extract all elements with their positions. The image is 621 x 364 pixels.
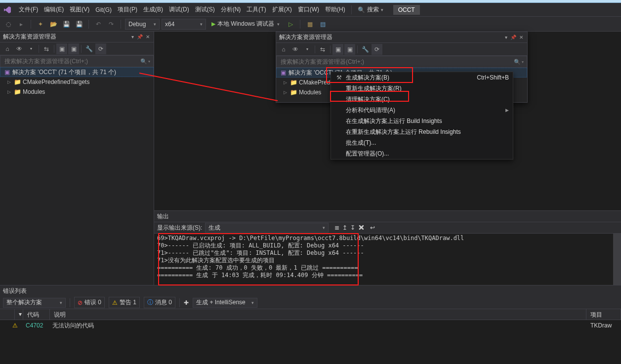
errors-filter-button[interactable]: ⊘错误 0 xyxy=(74,297,105,308)
tree-node-cmake[interactable]: ▷ 📁 CMakePredefinedTargets xyxy=(0,77,154,87)
menu-build[interactable]: 生成(B) xyxy=(140,3,166,16)
ctx-batch-build[interactable]: 批生成(T)... xyxy=(331,137,513,148)
new-project-button[interactable]: ✦ xyxy=(35,19,46,30)
ctx-build-insights[interactable]: 在生成解决方案上运行 Build Insights xyxy=(331,116,513,126)
col-sort[interactable]: ▾ xyxy=(15,309,23,320)
output-text[interactable]: 69>TKQADraw.vcxproj -> D:\PetFile\myProg… xyxy=(154,234,613,287)
error-source-combo[interactable]: 生成 + IntelliSense▾ xyxy=(193,298,257,308)
menu-window[interactable]: 窗口(W) xyxy=(295,3,322,16)
ctx-config-manager[interactable]: 配置管理器(O)... xyxy=(331,148,513,159)
ctx-rebuild-insights[interactable]: 在重新生成解决方案上运行 Rebuild Insights xyxy=(331,126,513,137)
error-row[interactable]: ⚠ C4702 无法访问的代码 TKDraw xyxy=(0,320,621,331)
filter-button[interactable]: ✚ xyxy=(184,299,189,306)
col-icon[interactable] xyxy=(0,309,15,320)
close-icon[interactable]: ✕ xyxy=(518,34,524,41)
tool-button[interactable]: ▦ xyxy=(304,19,315,30)
collapse-button[interactable]: ▣ xyxy=(344,44,355,55)
pin-icon[interactable]: 📌 xyxy=(136,33,144,40)
show-all-button[interactable]: ▣ xyxy=(332,44,343,55)
ctx-label: 重新生成解决方案(R) xyxy=(346,84,402,93)
ctx-rebuild-solution[interactable]: 重新生成解决方案(R) xyxy=(331,83,513,94)
undo-button[interactable]: ↶ xyxy=(93,19,104,30)
menu-test[interactable]: 测试(S) xyxy=(192,3,218,16)
chevron-down-icon: ▾ xyxy=(154,22,156,27)
search-icon: 🔍 xyxy=(514,59,521,65)
col-project[interactable]: 项目 xyxy=(586,309,621,320)
menu-tools[interactable]: 工具(T) xyxy=(244,3,269,16)
nav-fwd-button[interactable]: ▸ xyxy=(16,19,27,30)
switch-view-button[interactable]: 👁 xyxy=(290,44,301,55)
menu-help[interactable]: 帮助(H) xyxy=(322,3,348,16)
pin-icon[interactable]: 📌 xyxy=(509,34,517,41)
expand-icon[interactable]: ▷ xyxy=(282,80,288,85)
preview-button[interactable]: ⟳ xyxy=(372,44,382,55)
expand-icon[interactable]: ▷ xyxy=(6,89,12,94)
menu-project[interactable]: 项目(P) xyxy=(115,3,140,16)
menu-file[interactable]: 文件(F) xyxy=(16,3,41,16)
properties-button[interactable]: 🔧 xyxy=(83,43,94,54)
dropdown-icon[interactable]: ▾ xyxy=(130,33,135,40)
redo-button[interactable]: ↷ xyxy=(106,19,117,30)
open-button[interactable]: 📂 xyxy=(48,19,59,30)
dd-button[interactable]: ▾ xyxy=(302,44,313,55)
menu-extensions[interactable]: 扩展(X) xyxy=(269,3,295,16)
menu-git[interactable]: Git(G) xyxy=(92,4,115,15)
switch-view-button[interactable]: 👁 xyxy=(14,43,25,54)
error-source-value: 生成 + IntelliSense xyxy=(196,298,246,307)
menu-view[interactable]: 视图(V) xyxy=(67,3,92,16)
output-goto-button[interactable]: ≣ xyxy=(334,224,339,231)
output-source-combo[interactable]: 生成▾ xyxy=(205,223,329,233)
preview-button[interactable]: ⟳ xyxy=(95,43,106,54)
solution-root-node[interactable]: ▣ 解决方案 'OCCT' (71 个项目，共 71 个) xyxy=(0,67,154,77)
solution-search[interactable]: 🔍 ▾ xyxy=(0,55,154,67)
output-next-button[interactable]: ↧ xyxy=(350,224,355,231)
start-debug-button[interactable]: ▶本地 Windows 调试器▾ xyxy=(208,19,283,30)
chevron-down-icon: ▾ xyxy=(251,300,254,305)
expand-icon[interactable]: ▷ xyxy=(6,80,12,84)
sync-button[interactable]: ⇆ xyxy=(41,43,52,54)
collapse-button[interactable]: ▣ xyxy=(68,43,79,54)
global-search[interactable]: 🔍 搜索 ▾ xyxy=(355,4,388,15)
output-clear-button[interactable]: 🗙 xyxy=(358,224,364,231)
output-source-label: 显示输出来源(S): xyxy=(157,224,202,232)
error-scope-combo[interactable]: 整个解决方案▾ xyxy=(3,298,66,308)
solution-search-input[interactable] xyxy=(280,58,514,66)
properties-button[interactable]: 🔧 xyxy=(360,44,371,55)
output-scrollbar[interactable] xyxy=(613,234,621,287)
ctx-build-solution[interactable]: ⚒生成解决方案(B) Ctrl+Shift+B xyxy=(331,72,513,83)
save-button[interactable]: 💾 xyxy=(61,19,72,30)
output-prev-button[interactable]: ↥ xyxy=(342,224,347,231)
error-code[interactable]: C4702 xyxy=(22,321,48,330)
nav-back-button[interactable]: ◌ xyxy=(3,19,14,30)
ctx-analyze[interactable]: 分析和代码清理(A)▶ xyxy=(331,105,513,116)
start-nodebug-button[interactable]: ▷ xyxy=(285,19,296,30)
dd-button[interactable]: ▾ xyxy=(26,43,37,54)
ctx-clean-solution[interactable]: 清理解决方案(C) xyxy=(331,94,513,105)
messages-filter-button[interactable]: ⓘ消息 0 xyxy=(144,297,175,308)
solution-name-badge[interactable]: OCCT xyxy=(393,5,420,15)
tree-node-modules[interactable]: ▷ 📁 Modules xyxy=(0,87,154,97)
error-list-panel: 错误列表 整个解决方案▾ ⊘错误 0 ⚠警告 1 ⓘ消息 0 ✚ 生成 + In… xyxy=(0,285,621,364)
sync-button[interactable]: ⇆ xyxy=(317,44,328,55)
home-button[interactable]: ⌂ xyxy=(278,44,289,55)
save-all-button[interactable]: 💾 xyxy=(74,19,84,30)
expand-icon[interactable]: ▷ xyxy=(282,90,288,95)
show-all-button[interactable]: ▣ xyxy=(56,43,67,54)
dropdown-icon[interactable]: ▾ xyxy=(504,34,508,41)
platform-combo[interactable]: x64▾ xyxy=(162,19,206,30)
home-button[interactable]: ⌂ xyxy=(2,43,13,54)
col-code[interactable]: 代码 xyxy=(23,309,50,320)
config-combo[interactable]: Debug▾ xyxy=(125,19,160,30)
menu-edit[interactable]: 编辑(E) xyxy=(41,3,67,16)
menu-debug[interactable]: 调试(D) xyxy=(166,3,192,16)
warnings-filter-button[interactable]: ⚠警告 1 xyxy=(109,297,140,308)
chevron-right-icon: ▶ xyxy=(505,108,509,113)
menu-analyze[interactable]: 分析(N) xyxy=(218,3,244,16)
panel-header: 解决方案资源管理器 ▾ 📌 ✕ xyxy=(0,32,154,42)
tool-button[interactable]: ▤ xyxy=(317,19,328,30)
solution-search-input[interactable] xyxy=(3,57,140,65)
close-icon[interactable]: ✕ xyxy=(145,33,151,40)
output-wrap-button[interactable]: ↩ xyxy=(370,224,375,231)
solution-search[interactable]: 🔍 ▾ xyxy=(276,56,527,68)
col-desc[interactable]: 说明 xyxy=(50,309,586,320)
